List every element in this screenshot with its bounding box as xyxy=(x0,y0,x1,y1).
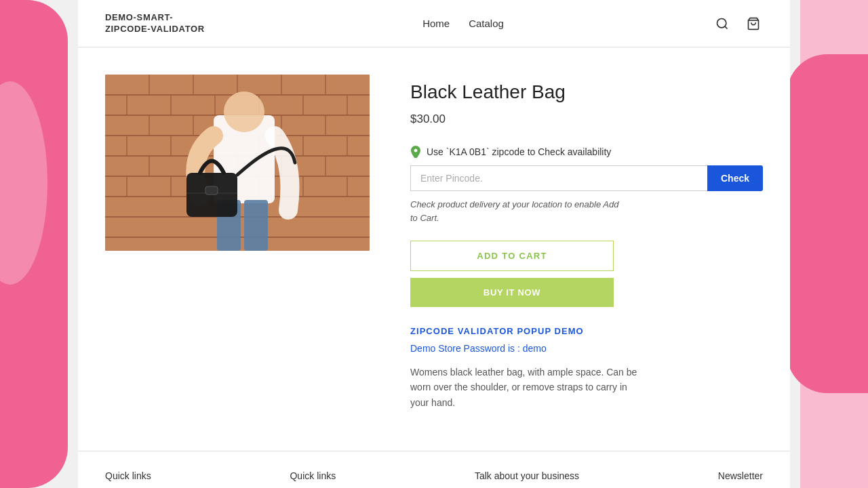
search-icon xyxy=(715,17,729,30)
nav-catalog[interactable]: Catalog xyxy=(469,18,504,29)
bg-right-panel xyxy=(800,0,868,488)
zipcode-hint: Use `K1A 0B1` zipcode to Check availabil… xyxy=(410,146,763,157)
delivery-note: Check product delivery at your location … xyxy=(410,198,620,224)
product-layout: Black Leather Bag $30.00 Use `K1A 0B1` z… xyxy=(105,75,763,410)
bg-right-wave2 xyxy=(834,136,868,339)
brick-background xyxy=(105,75,370,251)
brand-logo: DEMO-SMART-ZIPCODE-VALIDATOR xyxy=(105,12,214,35)
bg-left-panel xyxy=(0,0,68,488)
svg-rect-51 xyxy=(205,186,218,195)
cart-icon xyxy=(747,17,760,30)
location-icon xyxy=(410,146,421,157)
nav-home[interactable]: Home xyxy=(422,18,450,29)
main-nav: Home Catalog xyxy=(422,18,504,29)
product-title: Black Leather Bag xyxy=(410,81,763,103)
zipcode-hint-text: Use `K1A 0B1` zipcode to Check availabil… xyxy=(427,146,611,157)
svg-point-0 xyxy=(717,18,726,27)
search-button[interactable] xyxy=(713,14,732,33)
footer-col-3: Talk about your business xyxy=(475,470,579,481)
footer-col-2: Quick links xyxy=(290,470,336,481)
page-container: DEMO-SMART-ZIPCODE-VALIDATOR Home Catalo… xyxy=(78,0,790,488)
main-content: Black Leather Bag $30.00 Use `K1A 0B1` z… xyxy=(78,47,790,451)
demo-section-title: ZIPCODE VALIDATOR POPUP DEMO xyxy=(410,326,763,336)
demo-password-link[interactable]: Demo Store Password is : demo xyxy=(410,343,763,354)
add-to-cart-button[interactable]: ADD TO CART xyxy=(410,241,614,271)
bg-left-blob xyxy=(0,81,47,285)
product-details: Black Leather Bag $30.00 Use `K1A 0B1` z… xyxy=(410,75,763,410)
footer-col-4: Newsletter xyxy=(718,470,763,481)
svg-point-46 xyxy=(224,92,264,132)
footer: Quick links Quick links Talk about your … xyxy=(78,451,790,488)
buy-it-now-button[interactable]: BUY IT NOW xyxy=(410,278,614,307)
header: DEMO-SMART-ZIPCODE-VALIDATOR Home Catalo… xyxy=(78,0,790,47)
zipcode-section: Use `K1A 0B1` zipcode to Check availabil… xyxy=(410,146,763,224)
pincode-row: Check xyxy=(410,165,763,191)
product-price: $30.00 xyxy=(410,113,763,126)
header-icons xyxy=(713,14,763,33)
product-image-wrapper xyxy=(105,75,370,251)
svg-line-1 xyxy=(725,26,728,28)
cart-button[interactable] xyxy=(744,14,763,33)
footer-col-1: Quick links xyxy=(105,470,151,481)
product-description: Womens black leather bag, with ample spa… xyxy=(410,365,648,410)
product-image xyxy=(105,75,370,251)
svg-rect-48 xyxy=(244,200,268,251)
check-button[interactable]: Check xyxy=(707,165,763,191)
pincode-input[interactable] xyxy=(410,165,707,191)
product-illustration xyxy=(105,75,370,251)
